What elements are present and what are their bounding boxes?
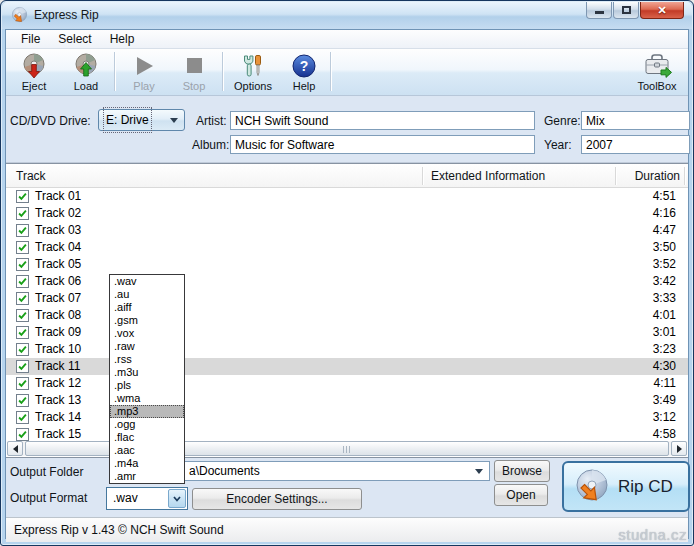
column-divider[interactable] bbox=[422, 167, 423, 185]
format-option[interactable]: .flac bbox=[110, 431, 184, 444]
track-checkbox[interactable] bbox=[16, 292, 29, 305]
menu-file[interactable]: File bbox=[12, 31, 49, 47]
format-dropdown-list[interactable]: .wav.au.aiff.gsm.vox.raw.rss.m3u.pls.wma… bbox=[109, 274, 185, 484]
album-label: Album: bbox=[192, 136, 229, 154]
output-format-combobox[interactable]: .wav bbox=[106, 487, 188, 510]
track-checkbox[interactable] bbox=[16, 190, 29, 203]
watermark-text: studna.cz bbox=[618, 526, 687, 543]
track-checkbox[interactable] bbox=[16, 428, 29, 441]
year-field[interactable] bbox=[581, 135, 690, 154]
drive-select[interactable]: E: Drive bbox=[98, 109, 185, 131]
chevron-down-icon bbox=[170, 118, 178, 123]
format-option[interactable]: .m4a bbox=[110, 457, 184, 470]
format-option[interactable]: .aac bbox=[110, 444, 184, 457]
scroll-left-icon bbox=[13, 445, 18, 453]
track-checkbox[interactable] bbox=[16, 224, 29, 237]
track-label: Track 10 bbox=[35, 341, 81, 358]
column-extended-info[interactable]: Extended Information bbox=[431, 164, 545, 188]
artist-field[interactable] bbox=[230, 111, 535, 130]
toolbar-separator bbox=[114, 52, 115, 91]
track-checkbox[interactable] bbox=[16, 275, 29, 288]
track-label: Track 14 bbox=[35, 409, 81, 426]
play-button: Play bbox=[120, 51, 168, 94]
column-divider[interactable] bbox=[684, 167, 685, 185]
format-dropdown-button[interactable] bbox=[168, 489, 186, 508]
table-row[interactable]: Track 053:52 bbox=[6, 256, 688, 273]
stop-icon bbox=[181, 52, 207, 80]
column-track[interactable]: Track bbox=[16, 164, 46, 188]
format-option[interactable]: .raw bbox=[110, 340, 184, 353]
track-checkbox[interactable] bbox=[16, 411, 29, 424]
maximize-button[interactable] bbox=[613, 2, 639, 19]
track-checkbox[interactable] bbox=[16, 207, 29, 220]
minimize-button[interactable] bbox=[586, 2, 612, 19]
format-option[interactable]: .ogg bbox=[110, 418, 184, 431]
track-label: Track 03 bbox=[35, 222, 81, 239]
track-checkbox[interactable] bbox=[16, 360, 29, 373]
window-title: Express Rip bbox=[34, 2, 99, 29]
track-checkbox[interactable] bbox=[16, 309, 29, 322]
track-label: Track 06 bbox=[35, 273, 81, 290]
close-button[interactable]: ✕ bbox=[640, 2, 684, 19]
track-checkbox[interactable] bbox=[16, 394, 29, 407]
drive-value: E: Drive bbox=[106, 110, 149, 130]
toolbox-button[interactable]: ToolBox bbox=[628, 51, 686, 94]
toolbox-icon bbox=[642, 52, 672, 80]
drive-label: CD/DVD Drive: bbox=[10, 112, 91, 130]
track-label: Track 12 bbox=[35, 375, 81, 392]
help-button[interactable]: ? Help bbox=[282, 51, 326, 94]
track-checkbox[interactable] bbox=[16, 258, 29, 271]
format-option[interactable]: .wav bbox=[110, 275, 184, 288]
track-duration: 4:01 bbox=[653, 307, 676, 324]
help-label: Help bbox=[282, 80, 326, 92]
table-row[interactable]: Track 034:47 bbox=[6, 222, 688, 239]
track-label: Track 01 bbox=[35, 188, 81, 205]
track-checkbox[interactable] bbox=[16, 377, 29, 390]
album-field[interactable] bbox=[230, 135, 535, 154]
format-option[interactable]: .rss bbox=[110, 353, 184, 366]
disc-info-panel: CD/DVD Drive: E: Drive Artist: Album: Ge… bbox=[6, 96, 688, 163]
table-row[interactable]: Track 014:51 bbox=[6, 188, 688, 205]
track-checkbox[interactable] bbox=[16, 343, 29, 356]
options-button[interactable]: Options bbox=[226, 51, 280, 94]
format-option[interactable]: .aiff bbox=[110, 301, 184, 314]
track-duration: 3:12 bbox=[653, 409, 676, 426]
title-bar[interactable]: Express Rip ✕ bbox=[2, 2, 692, 29]
table-row[interactable]: Track 024:16 bbox=[6, 205, 688, 222]
scrollbar-grip bbox=[343, 446, 352, 453]
track-checkbox[interactable] bbox=[16, 241, 29, 254]
table-row[interactable]: Track 043:50 bbox=[6, 239, 688, 256]
column-duration[interactable]: Duration bbox=[616, 164, 680, 188]
track-label: Track 07 bbox=[35, 290, 81, 307]
format-option[interactable]: .au bbox=[110, 288, 184, 301]
track-duration: 4:51 bbox=[653, 188, 676, 205]
format-option[interactable]: .mp3 bbox=[110, 405, 184, 418]
rip-cd-button[interactable]: Rip CD bbox=[562, 461, 690, 512]
format-option[interactable]: .amr bbox=[110, 470, 184, 483]
scroll-left-button[interactable] bbox=[7, 441, 23, 456]
format-option[interactable]: .vox bbox=[110, 327, 184, 340]
eject-button[interactable]: Eject bbox=[10, 51, 58, 94]
format-option[interactable]: .m3u bbox=[110, 366, 184, 379]
minimize-icon bbox=[595, 11, 604, 14]
track-label: Track 02 bbox=[35, 205, 81, 222]
format-option[interactable]: .wma bbox=[110, 392, 184, 405]
format-option[interactable]: .pls bbox=[110, 379, 184, 392]
encoder-settings-button[interactable]: Encoder Settings... bbox=[192, 488, 362, 510]
genre-field[interactable] bbox=[581, 111, 690, 130]
chevron-down-icon bbox=[475, 469, 483, 474]
app-logo-icon bbox=[10, 6, 29, 25]
load-button[interactable]: Load bbox=[62, 51, 110, 94]
track-label: Track 05 bbox=[35, 256, 81, 273]
toolbar-separator bbox=[330, 52, 331, 91]
stop-label: Stop bbox=[170, 80, 218, 92]
open-button[interactable]: Open bbox=[494, 484, 548, 506]
scroll-right-button[interactable] bbox=[671, 441, 687, 456]
track-checkbox[interactable] bbox=[16, 326, 29, 339]
track-duration: 3:50 bbox=[653, 239, 676, 256]
menu-help[interactable]: Help bbox=[101, 31, 144, 47]
browse-button[interactable]: Browse bbox=[494, 460, 550, 482]
menu-select[interactable]: Select bbox=[49, 31, 100, 47]
format-option[interactable]: .gsm bbox=[110, 314, 184, 327]
options-tools-icon bbox=[240, 52, 266, 80]
